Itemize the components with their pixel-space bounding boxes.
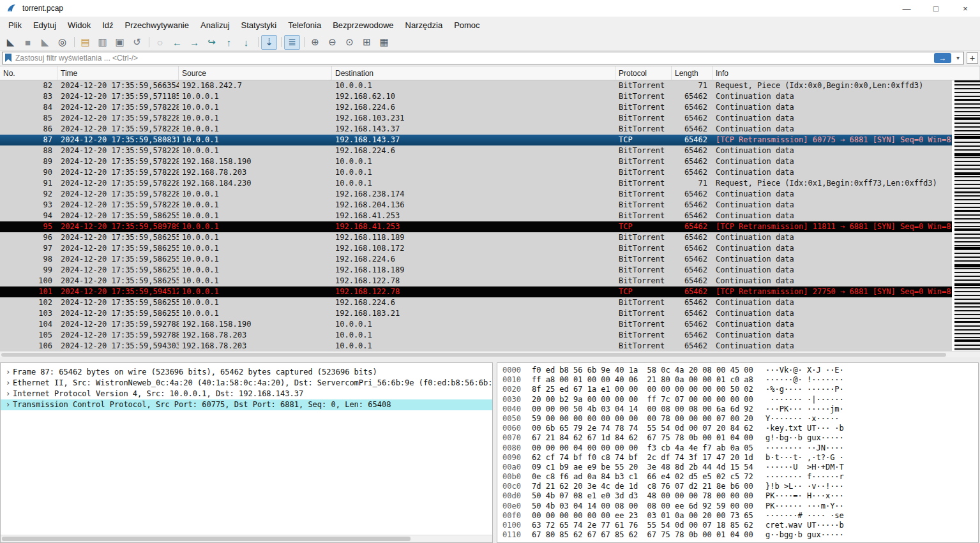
columns-grid-icon[interactable]: ▦ <box>376 35 392 50</box>
display-filter-field[interactable]: → ▾ <box>2 52 964 64</box>
menu-plik[interactable]: Plik <box>3 17 27 33</box>
col-info[interactable]: Info <box>712 66 980 80</box>
maximize-button[interactable]: □ <box>921 0 951 17</box>
capture-options-icon[interactable]: ◎ <box>54 35 70 50</box>
detail-line[interactable]: › Frame 87: 65462 bytes on wire (523696 … <box>1 367 492 378</box>
zoom-in-icon[interactable]: ⊕ <box>307 35 323 50</box>
expander-icon[interactable]: › <box>3 389 13 399</box>
menu-przechwytywanie[interactable]: Przechwytywanie <box>119 17 195 33</box>
packet-row[interactable]: 96 2024-12-20 17:35:59,586255 10.0.0.1 1… <box>0 232 952 243</box>
hex-row[interactable]: 0000 f0 ed b8 56 6b 9e 40 1a 58 0c 4a 20… <box>502 366 978 375</box>
reload-file-icon[interactable]: ↺ <box>129 35 145 50</box>
apply-filter-button[interactable]: → <box>934 53 951 63</box>
packet-row[interactable]: 101 2024-12-20 17:35:59,594512 10.0.0.1 … <box>0 286 952 297</box>
hex-row[interactable]: 0020 8f 25 ed 67 1a e1 00 00 00 00 00 00… <box>502 385 978 394</box>
packet-row[interactable]: 83 2024-12-20 17:35:59,571185 10.0.0.1 1… <box>0 91 952 102</box>
hex-row[interactable]: 0060 00 6b 65 79 2e 74 78 74 55 54 0d 00… <box>502 424 978 433</box>
open-file-icon[interactable]: ▤ <box>77 35 93 50</box>
hex-row[interactable]: 0030 20 00 b2 9a 00 00 00 00 ff 7c 07 00… <box>502 395 978 405</box>
packet-row[interactable]: 104 2024-12-20 17:35:59,592788 192.168.1… <box>0 319 952 330</box>
expander-icon[interactable]: › <box>3 399 13 410</box>
packet-row[interactable]: 98 2024-12-20 17:35:59,586255 10.0.0.1 1… <box>0 254 952 265</box>
packet-row[interactable]: 90 2024-12-20 17:35:59,578228 192.168.78… <box>0 167 952 178</box>
capture-start-icon[interactable]: ◣ <box>3 35 19 50</box>
packet-row[interactable]: 103 2024-12-20 17:35:59,586255 10.0.0.1 … <box>0 308 952 319</box>
packet-row[interactable]: 97 2024-12-20 17:35:59,586255 10.0.0.1 1… <box>0 243 952 254</box>
hex-row[interactable]: 0110 67 80 85 62 67 67 85 62 67 75 78 0b… <box>502 530 978 540</box>
hscrollbar-thumb[interactable] <box>1 353 946 357</box>
expander-icon[interactable]: › <box>3 367 13 378</box>
packet-row[interactable]: 94 2024-12-20 17:35:59,586255 10.0.0.1 1… <box>0 211 952 221</box>
detail-line[interactable]: › Internet Protocol Version 4, Src: 10.0… <box>1 389 492 399</box>
menu-analizuj[interactable]: Analizuj <box>195 17 236 33</box>
col-destination[interactable]: Destination <box>332 66 615 80</box>
hex-row[interactable]: 0090 62 cf 74 bf f0 c8 74 bf 2c df 74 3f… <box>502 453 978 463</box>
packet-row[interactable]: 100 2024-12-20 17:35:59,586255 10.0.0.1 … <box>0 276 952 286</box>
packet-row[interactable]: 87 2024-12-20 17:35:59,580831 10.0.0.1 1… <box>0 135 952 145</box>
packet-row[interactable]: 95 2024-12-20 17:35:59,589789 10.0.0.1 1… <box>0 221 952 232</box>
menu-statystyki[interactable]: Statystyki <box>236 17 283 33</box>
packet-row[interactable]: 92 2024-12-20 17:35:59,578228 10.0.0.1 1… <box>0 189 952 200</box>
col-time[interactable]: Time <box>57 66 179 80</box>
packet-row[interactable]: 91 2024-12-20 17:35:59,578228 192.168.18… <box>0 178 952 189</box>
packet-row[interactable]: 88 2024-12-20 17:35:59,578228 10.0.0.1 1… <box>0 145 952 156</box>
packet-row[interactable]: 85 2024-12-20 17:35:59,578228 10.0.0.1 1… <box>0 113 952 124</box>
packet-row[interactable]: 89 2024-12-20 17:35:59,578228 192.168.15… <box>0 156 952 167</box>
hex-row[interactable]: 00e0 50 4b 03 04 14 00 08 00 08 00 ee 6d… <box>502 502 978 511</box>
detail-line[interactable]: › Ethernet II, Src: WistronNeweb_0c:4a:2… <box>1 378 492 389</box>
hex-row[interactable]: 00b0 0e c8 f6 ad 0a 84 b3 c1 66 e4 02 d5… <box>502 472 978 482</box>
find-packet-icon[interactable]: ◌ <box>152 35 168 50</box>
auto-scroll-toggle-icon[interactable]: ⇣ <box>261 35 277 50</box>
filter-dropdown-chevron-icon[interactable]: ▾ <box>955 54 961 61</box>
add-filter-button[interactable]: + <box>967 52 978 64</box>
hscrollbar-thumb[interactable] <box>2 537 411 541</box>
hex-row[interactable]: 0070 67 21 84 62 67 1d 84 62 67 75 78 0b… <box>502 433 978 443</box>
packet-row[interactable]: 106 2024-12-20 17:35:59,594303 192.168.7… <box>0 341 952 351</box>
hex-row[interactable]: 0010 ff a8 00 01 00 00 40 06 21 80 0a 00… <box>502 375 978 385</box>
packet-row[interactable]: 84 2024-12-20 17:35:59,578228 10.0.0.1 1… <box>0 102 952 113</box>
go-to-packet-icon[interactable]: ↪ <box>204 35 220 50</box>
packet-row[interactable]: 86 2024-12-20 17:35:59,578228 10.0.0.1 1… <box>0 124 952 135</box>
expander-icon[interactable]: › <box>3 378 13 389</box>
menu-pomoc[interactable]: Pomoc <box>448 17 485 33</box>
hex-row[interactable]: 0050 59 00 00 00 00 00 00 00 00 78 00 00… <box>502 414 978 424</box>
hex-row[interactable]: 00c0 7d 21 62 20 3e 4c de 1d c8 76 07 d2… <box>502 482 978 491</box>
col-source[interactable]: Source <box>179 66 332 80</box>
menu-widok[interactable]: Widok <box>62 17 96 33</box>
menu-bezprzewodowe[interactable]: Bezprzewodowe <box>327 17 399 33</box>
go-forward-icon[interactable]: → <box>186 35 202 50</box>
packet-list-hscrollbar[interactable] <box>0 351 980 357</box>
packet-row[interactable]: 93 2024-12-20 17:35:59,578228 10.0.0.1 1… <box>0 200 952 211</box>
close-file-icon[interactable]: ▣ <box>112 35 128 50</box>
resize-columns-icon[interactable]: ⊞ <box>359 35 375 50</box>
packet-row[interactable]: 82 2024-12-20 17:35:59,566354 192.168.24… <box>0 80 952 91</box>
save-file-icon[interactable]: ▥ <box>94 35 110 50</box>
packet-row[interactable]: 102 2024-12-20 17:35:59,586255 10.0.0.1 … <box>0 297 952 308</box>
filter-bookmark-icon[interactable] <box>5 54 11 62</box>
col-no[interactable]: No. <box>0 66 57 80</box>
zoom-100-icon[interactable]: ⊙ <box>342 35 358 50</box>
colorize-toggle-icon[interactable]: ≣ <box>284 35 300 50</box>
capture-restart-icon[interactable]: ◣ <box>37 35 53 50</box>
col-protocol[interactable]: Protocol <box>615 66 672 80</box>
display-filter-input[interactable] <box>15 54 930 63</box>
capture-stop-icon[interactable]: ■ <box>20 35 36 50</box>
detail-line[interactable]: › Transmission Control Protocol, Src Por… <box>1 399 492 410</box>
details-hscrollbar[interactable] <box>1 535 492 542</box>
zoom-out-icon[interactable]: ⊖ <box>324 35 340 50</box>
go-last-icon[interactable]: ↓ <box>238 35 254 50</box>
packet-row[interactable]: 99 2024-12-20 17:35:59,586255 10.0.0.1 1… <box>0 265 952 276</box>
hex-row[interactable]: 00f0 00 00 00 00 00 00 ee 23 03 01 0a 00… <box>502 511 978 521</box>
packet-map-scrollbar[interactable] <box>953 80 980 351</box>
minimize-button[interactable]: — <box>892 0 921 17</box>
hex-row[interactable]: 0080 00 00 00 04 00 00 00 00 f3 cb 4a 4e… <box>502 443 978 453</box>
menu-telefonia[interactable]: Telefonia <box>282 17 327 33</box>
menu-edytuj[interactable]: Edytuj <box>27 17 62 33</box>
go-back-icon[interactable]: ← <box>169 35 185 50</box>
go-first-icon[interactable]: ↑ <box>221 35 237 50</box>
hex-row[interactable]: 00d0 50 4b 07 08 e1 e0 3d d3 48 00 00 00… <box>502 491 978 501</box>
hex-row[interactable]: 0040 00 00 00 50 4b 03 04 14 00 08 00 08… <box>502 405 978 414</box>
hex-row[interactable]: 0100 63 72 65 74 2e 77 61 76 55 54 0d 00… <box>502 521 978 530</box>
col-length[interactable]: Length <box>672 66 712 80</box>
menu-narzedzia[interactable]: Narzędzia <box>400 17 449 33</box>
